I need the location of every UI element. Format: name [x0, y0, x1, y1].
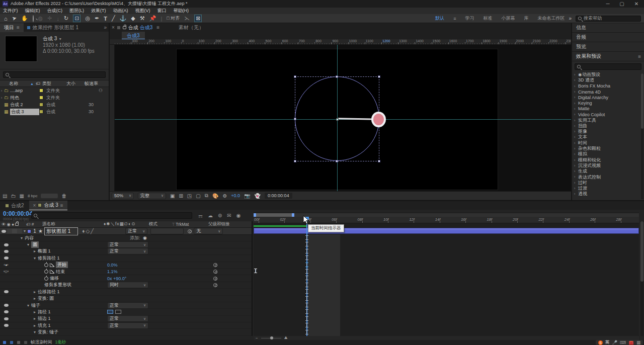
panel-menu-icon[interactable]: ≡	[17, 25, 20, 30]
lock-icon[interactable]	[123, 26, 126, 29]
tab-effect-controls[interactable]: 效果控件 形状图层 1	[24, 23, 82, 32]
pan-camera-tool-icon[interactable]: ✛	[47, 15, 52, 22]
menu-效果(T)[interactable]: 效果(T)	[91, 8, 106, 14]
motion-blur-icon[interactable]: ◉	[236, 213, 241, 218]
exposure-gear-icon[interactable]: ⚙	[222, 193, 227, 199]
ime-keyboard-icon[interactable]: ⌨	[620, 340, 626, 345]
mode-dropdown[interactable]: 正常∨	[107, 322, 148, 329]
pen-tool-icon[interactable]: ✒	[95, 15, 99, 22]
project-row-纯色[interactable]: ›🗀纯色文件夹	[0, 94, 109, 101]
layer-trkmat-dropdown[interactable]	[150, 228, 184, 234]
bbox-handle[interactable]	[378, 75, 380, 78]
property-name[interactable]: 路径 1	[38, 309, 51, 315]
workspace-3[interactable]: 小屏幕	[501, 15, 515, 22]
graph-editor-icon[interactable]	[50, 263, 54, 267]
graph-editor-icon[interactable]	[50, 270, 54, 274]
path-out-icon[interactable]	[115, 310, 121, 314]
exposure-value[interactable]: +0.0	[231, 193, 240, 198]
timeline-search-input[interactable]	[31, 212, 192, 219]
puppet-pin-tool-icon[interactable]: 📌	[149, 15, 156, 22]
draft-3d-icon[interactable]: ☁	[208, 213, 213, 218]
selection-tool-icon[interactable]: ➤	[11, 15, 17, 22]
viewer-timecode[interactable]: 0:00:00:04	[265, 193, 292, 199]
maximize-button[interactable]: ▢	[615, 0, 629, 8]
viewer-comp-subtab[interactable]: 合成3	[122, 32, 145, 39]
property-row-圆[interactable]: ▾圆正常∨	[0, 241, 252, 248]
resolution-dropdown[interactable]: 完整∨	[138, 193, 166, 199]
menu-图层(L)[interactable]: 图层(L)	[69, 8, 84, 14]
zoom-in-icon[interactable]: ⛰	[284, 335, 288, 340]
bbox-handle[interactable]	[378, 160, 380, 162]
effects-group-Matte[interactable]: ›Matte	[572, 106, 644, 112]
workspace-5[interactable]: 未命名工作区	[537, 15, 565, 22]
home-tool-icon[interactable]: ⌂	[4, 16, 8, 22]
eye-icon[interactable]	[4, 243, 9, 246]
interpret-footage-icon[interactable]: ▤	[3, 193, 7, 199]
bbox-handle[interactable]	[294, 118, 296, 120]
property-name[interactable]: 修剪路径 1	[38, 255, 60, 262]
pendulum-hammer[interactable]	[371, 112, 386, 127]
property-name[interactable]: 内容	[25, 235, 34, 241]
audio-panel-header[interactable]: 音频	[572, 33, 644, 42]
viewer-left-ruler[interactable]	[110, 45, 115, 191]
eye-icon[interactable]	[4, 317, 9, 320]
project-row-合成 2[interactable]: ▦合成 2合成30	[0, 101, 109, 108]
twirl-icon[interactable]: ▸	[32, 296, 38, 301]
project-settings-box[interactable]	[41, 194, 58, 198]
property-name[interactable]: 偏移	[50, 275, 59, 282]
project-search-input[interactable]	[3, 71, 106, 78]
timeline-scrollbar[interactable]	[640, 221, 643, 336]
mask-visibility-icon[interactable]: ◳	[187, 193, 192, 199]
layer-mode-dropdown[interactable]: 正常∨	[125, 228, 147, 234]
twirl-icon[interactable]: ▾	[32, 256, 38, 261]
property-row-变换: 锤子[interactable]: ▾变换: 锤子	[0, 329, 252, 335]
layer-name[interactable]: 形状图层 1	[44, 227, 78, 235]
tab-timeline-comp2[interactable]: 合成2	[0, 201, 29, 210]
parent-link-column[interactable]: 父级和链接	[208, 221, 230, 227]
grid-toggle-icon[interactable]: ⊞	[179, 193, 183, 199]
snapping-icon[interactable]: ⊠	[194, 15, 202, 22]
workspace-4[interactable]: 库	[524, 15, 528, 22]
gpu-status-icon[interactable]	[3, 340, 7, 344]
menu-编辑(E)[interactable]: 编辑(E)	[25, 8, 40, 14]
panel-menu-icon[interactable]: ≡	[60, 203, 63, 208]
navigator-handle-left[interactable]	[254, 213, 256, 217]
eye-icon[interactable]	[4, 250, 9, 253]
eye-icon[interactable]	[4, 324, 9, 327]
project-row-合成 3[interactable]: ▦合成 3合成30	[0, 108, 109, 115]
menu-合成(C)[interactable]: 合成(C)	[47, 8, 63, 14]
hide-shy-layers-icon[interactable]: ⊜	[218, 213, 222, 218]
twirl-icon[interactable]: ▸	[32, 316, 38, 321]
layer-parent-dropdown[interactable]: 无∨	[194, 228, 223, 234]
mode-dropdown[interactable]: 正常∨	[107, 248, 148, 254]
frame-blending-icon[interactable]: ✉	[227, 213, 231, 218]
property-name[interactable]: 变换: 锤子	[38, 329, 58, 335]
ime-mic-icon[interactable]: 🎤	[612, 340, 617, 345]
property-pickwhip-icon[interactable]	[213, 270, 217, 274]
magnification-dropdown[interactable]: 50%∨	[112, 193, 134, 199]
rotation-tool-icon[interactable]: ↻	[64, 15, 68, 22]
property-value[interactable]: 1.1%	[107, 269, 118, 274]
minimize-button[interactable]: ─	[601, 0, 615, 8]
property-value[interactable]: 0x +90.0°	[107, 276, 126, 281]
property-name[interactable]: 修剪多重形状	[44, 282, 71, 288]
tab-timeline-comp3[interactable]: × 合成 3 ≡	[29, 201, 67, 210]
workspace-0[interactable]: 默认	[435, 15, 444, 22]
trkmat-column[interactable]: T TrkMat	[172, 222, 208, 227]
property-name[interactable]: 圆	[31, 241, 39, 248]
ime-grid-icon[interactable]: ▦	[636, 340, 640, 345]
property-row-修剪多重形状[interactable]: 修剪多重形状同时∨	[0, 282, 252, 289]
zoom-out-icon[interactable]: −	[256, 336, 258, 340]
property-name[interactable]: 填充 1	[38, 322, 51, 329]
hand-tool-icon[interactable]: ✋	[21, 15, 28, 22]
twirl-icon[interactable]: ▸	[32, 310, 38, 314]
mode-dropdown[interactable]: 正常∨	[107, 241, 148, 248]
project-list-header[interactable]: 名称 ▲ 🏷 类型 大小 帧速率	[0, 80, 109, 87]
orbit-camera-tool-icon[interactable]: ◍	[38, 15, 43, 22]
render-status-icon[interactable]	[17, 340, 21, 344]
property-pickwhip-icon[interactable]	[213, 277, 217, 281]
region-of-interest-icon[interactable]: ▢	[196, 193, 200, 199]
cache-status-icon[interactable]	[10, 340, 14, 344]
effects-search-input[interactable]	[575, 63, 641, 70]
property-row-路径 1[interactable]: ▸路径 1	[0, 309, 252, 315]
